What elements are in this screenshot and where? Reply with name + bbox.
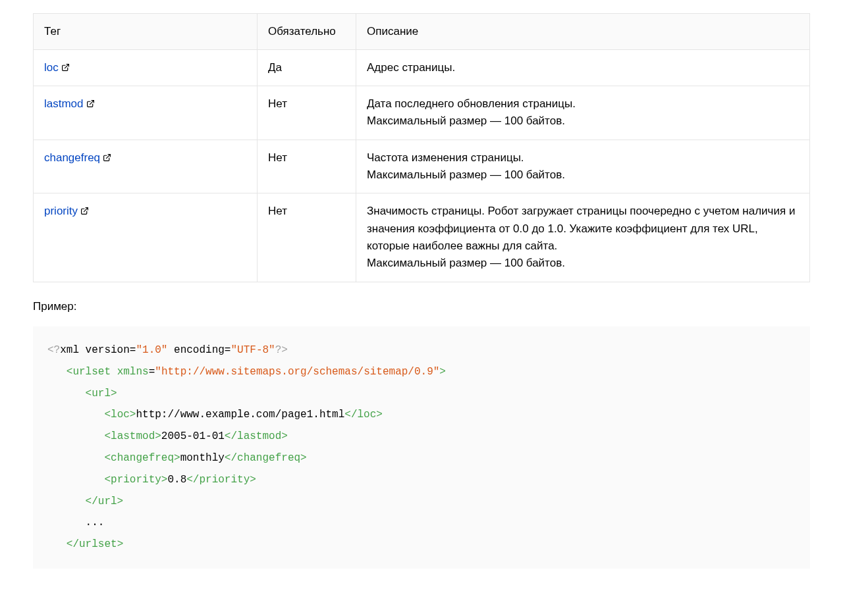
header-description: Описание — [356, 14, 810, 50]
desc-line: Максимальный размер — 100 байтов. — [367, 168, 565, 181]
tag-link-loc[interactable]: loc — [44, 61, 59, 74]
table-row: locДаАдрес страницы. — [34, 49, 810, 86]
xml-version-value: 1.0 — [142, 344, 161, 356]
description-cell: Частота изменения страницы.Максимальный … — [356, 140, 810, 193]
code-example-block: <?xml version="1.0" encoding="UTF-8"?> <… — [33, 326, 810, 569]
priority-value: 0.8 — [167, 474, 186, 486]
xmlns-value: http://www.sitemaps.org/schemas/sitemap/… — [161, 366, 433, 378]
external-link-icon — [86, 99, 95, 108]
changefreq-value: monthly — [180, 452, 225, 464]
desc-line: Максимальный размер — 100 байтов. — [367, 115, 565, 127]
table-row: lastmodНетДата последнего обновления стр… — [34, 86, 810, 140]
lastmod-value: 2005-01-01 — [161, 430, 225, 442]
description-cell: Дата последнего обновления страницы.Макс… — [356, 86, 810, 140]
table-row: priorityНетЗначимость страницы. Робот за… — [34, 193, 810, 282]
tag-cell: lastmod — [34, 86, 258, 140]
table-row: changefreqНетЧастота изменения страницы.… — [34, 140, 810, 193]
header-tag: Тег — [34, 14, 258, 50]
desc-line: Адрес страницы. — [367, 61, 455, 74]
header-required: Обязательно — [258, 14, 356, 50]
required-cell: Нет — [258, 140, 356, 193]
description-cell: Значимость страницы. Робот загружает стр… — [356, 193, 810, 282]
tag-link-lastmod[interactable]: lastmod — [44, 97, 84, 110]
required-cell: Нет — [258, 193, 356, 282]
example-heading: Пример: — [33, 298, 810, 315]
desc-line: Частота изменения страницы. — [367, 151, 524, 164]
tag-cell: changefreq — [34, 140, 258, 193]
tag-reference-table: Тег Обязательно Описание locДаАдрес стра… — [33, 13, 810, 282]
external-link-icon — [103, 153, 111, 162]
xml-encoding-value: UTF-8 — [237, 344, 269, 356]
table-header-row: Тег Обязательно Описание — [34, 14, 810, 50]
svg-line-0 — [65, 64, 68, 68]
tag-cell: priority — [34, 193, 258, 282]
svg-line-1 — [90, 100, 94, 104]
required-cell: Да — [258, 49, 356, 86]
desc-line: Максимальный размер — 100 байтов. — [367, 257, 565, 269]
description-cell: Адрес страницы. — [356, 49, 810, 86]
tag-link-changefreq[interactable]: changefreq — [44, 151, 100, 164]
required-cell: Нет — [258, 86, 356, 140]
desc-line: Значимость страницы. Робот загружает стр… — [367, 205, 795, 252]
loc-value: http://www.example.com/page1.html — [136, 409, 344, 421]
desc-line: Дата последнего обновления страницы. — [367, 97, 576, 110]
svg-line-2 — [106, 154, 110, 158]
external-link-icon — [61, 63, 70, 72]
external-link-icon — [80, 207, 89, 215]
svg-line-3 — [84, 208, 88, 212]
tag-link-priority[interactable]: priority — [44, 205, 78, 217]
tag-cell: loc — [34, 49, 258, 86]
